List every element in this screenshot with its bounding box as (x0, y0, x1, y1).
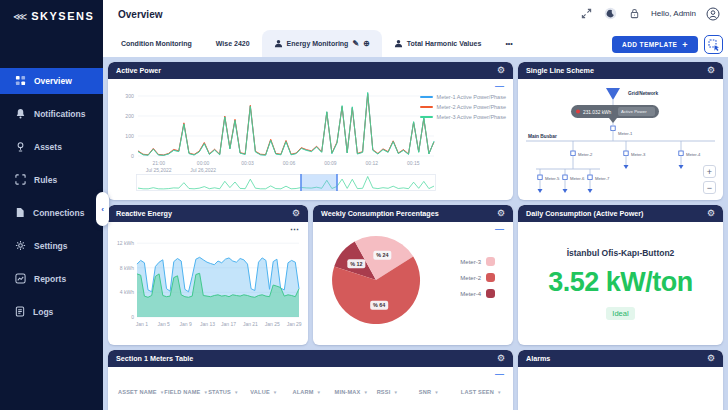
panel-title: Weekly Consumption Percentages (321, 209, 439, 218)
legend-item[interactable]: Meter-1 Active Power/Phase (420, 94, 506, 100)
column-label: STATUS (208, 389, 231, 395)
legend-item[interactable]: Meter-3 Active Power/Phase (420, 114, 506, 120)
sidebar-item-label: Logs (33, 307, 53, 317)
pie-legend-item[interactable]: Meter-3 (460, 257, 495, 266)
column-label: RSSI (377, 389, 391, 395)
tab-energy-monitoring[interactable]: Energy Monitoring✎⊕ (262, 30, 382, 57)
sidebar-item-settings[interactable]: Settings (0, 233, 103, 259)
lock-icon[interactable] (627, 6, 642, 21)
consumption-pie-chart: % 12% 24% 64 (329, 233, 423, 331)
column-label: FIELD NAME (164, 389, 200, 395)
gear-icon[interactable]: ⚙ (707, 66, 715, 75)
column-label: MIN-MAX (335, 389, 361, 395)
edit-icon[interactable]: ✎ (352, 39, 359, 48)
tab-total-harmonic-values[interactable]: Total Harmonic Values (382, 30, 494, 57)
asset-name: İstanbul Ofis-Kapı-Button2 (567, 248, 675, 258)
sidebar-item-rules[interactable]: Rules (0, 167, 103, 193)
table-column-headers: ASSET NAME▼FIELD NAME▼STATUS▼VALUE▼ALARM… (118, 389, 503, 395)
zoom-in-button[interactable]: + (703, 165, 716, 178)
pie-legend-item[interactable]: Meter-2 (460, 273, 495, 282)
avatar[interactable] (705, 6, 720, 21)
filter-arrow-icon: ▼ (317, 390, 322, 395)
gear-icon[interactable]: ⚙ (497, 354, 505, 363)
tab-label: ••• (505, 40, 512, 47)
tab-label: Condition Monitoring (121, 40, 192, 47)
gear-icon[interactable]: ⚙ (707, 209, 715, 218)
svg-text:12 kWh: 12 kWh (117, 240, 134, 246)
dark-mode-icon[interactable] (603, 6, 618, 21)
sidebar-item-label: Notifications (34, 109, 85, 119)
column-label: LAST SEEN (461, 389, 494, 395)
meter-2-label: Meter-2 (578, 152, 593, 157)
panel-weekly-consumption: Weekly Consumption Percentages ⚙ — % 12%… (313, 205, 513, 345)
column-header-last-seen[interactable]: LAST SEEN▼ (461, 389, 503, 395)
tab-list: Condition MonitoringWise 2420Energy Moni… (109, 30, 525, 57)
pie-legend-item[interactable]: Meter-4 (460, 289, 495, 298)
svg-text:0: 0 (131, 153, 134, 159)
page-title: Overview (118, 9, 162, 20)
svg-text:Jan 1: Jan 1 (136, 321, 148, 327)
sidebar-item-logs[interactable]: Logs (0, 299, 103, 325)
column-header-value[interactable]: VALUE▼ (250, 389, 292, 395)
tab-condition-monitoring[interactable]: Condition Monitoring (109, 30, 204, 57)
panel-active-power-header: Active Power ⚙ (108, 62, 513, 79)
column-header-status[interactable]: STATUS▼ (208, 389, 250, 395)
panel-daily-consumption: Daily Consumption (Active Power) ⚙ İstan… (518, 205, 723, 345)
legend-item[interactable]: Meter-2 Active Power/Phase (420, 104, 506, 110)
gear-icon[interactable]: ⚙ (497, 66, 505, 75)
active-power-brush[interactable] (136, 174, 436, 195)
svg-text:0: 0 (131, 314, 134, 320)
load-arrow-icon (624, 165, 629, 169)
panel-title: Section 1 Meters Table (116, 354, 193, 363)
grid-label: Grid/Network (628, 91, 658, 96)
sidebar-item-overview[interactable]: Overview (0, 68, 103, 94)
legend-label: Meter-4 (460, 291, 481, 297)
add-template-button[interactable]: ADD TEMPLATE + (612, 36, 698, 53)
sidebar-item-assets[interactable]: Assets (0, 134, 103, 160)
legend-swatch (486, 289, 495, 298)
single-line-diagram: Grid/Network 231.032 kWh Active Power Me… (518, 79, 723, 200)
gear-icon[interactable]: ⚙ (497, 209, 505, 218)
fullscreen-icon[interactable] (579, 6, 594, 21)
panel-single-line-header: Single Line Scheme ⚙ (518, 62, 723, 79)
sidebar-item-notifications[interactable]: Notifications (0, 101, 103, 127)
column-header-alarm[interactable]: ALARM▼ (292, 389, 334, 395)
topbar-actions: Hello, Admin (579, 6, 720, 21)
column-header-min-max[interactable]: MIN-MAX▼ (335, 389, 377, 395)
sidebar-item-label: Reports (34, 274, 66, 284)
zoom-out-button[interactable]: − (703, 181, 716, 194)
column-header-snr[interactable]: SNR▼ (419, 389, 461, 395)
panel-title: Alarms (526, 354, 550, 363)
filter-arrow-icon: ▼ (234, 390, 239, 395)
widget-library-button[interactable] (704, 35, 723, 54)
tab-label: Total Harmonic Values (407, 40, 482, 47)
meter-6-label: Meter-6 (570, 176, 585, 181)
gear-icon[interactable]: ⚙ (707, 354, 715, 363)
panel-reactive-header: Reactive Energy ⚙ (108, 205, 308, 222)
sidebar-collapse-handle[interactable]: ‹ (96, 192, 109, 226)
asset-icon (15, 141, 26, 154)
column-header-rssi[interactable]: RSSI▼ (377, 389, 419, 395)
panel-menu-icon[interactable]: — (495, 227, 504, 231)
tab-wise-2420[interactable]: Wise 2420 (204, 30, 262, 57)
add-widget-icon[interactable]: ⊕ (363, 39, 370, 48)
reactive-energy-chart: 04 kWh8 kWh12 kWhJan 1Jan 5Jan 9Jan 13Ja… (111, 229, 305, 335)
panel-menu-icon[interactable]: — (495, 84, 504, 88)
meter-5-label: Meter-5 (545, 176, 560, 181)
panel-menu-icon[interactable]: — (495, 372, 504, 376)
sidebar-item-reports[interactable]: Reports (0, 266, 103, 292)
filter-arrow-icon: ▼ (434, 390, 439, 395)
meter-1-label: Meter-1 (618, 131, 633, 136)
skysens-logo: ⋘ SKYSENS (0, 0, 103, 22)
column-header-asset-name[interactable]: ASSET NAME▼ (118, 389, 164, 395)
svg-text:Jan 13: Jan 13 (200, 321, 215, 327)
panel-table-header: Section 1 Meters Table ⚙ (108, 350, 513, 367)
tab-more-button[interactable]: ••• (493, 30, 524, 57)
kpi-value: 3.52 kW/ton (548, 267, 693, 298)
gear-icon[interactable]: ⚙ (292, 209, 300, 218)
svg-text:300: 300 (125, 93, 134, 99)
sidebar-item-connections[interactable]: Connections (0, 200, 103, 226)
active-power-chart: 010020030021:00Jul 25,202200:00Jul 26,20… (112, 84, 442, 178)
column-header-field-name[interactable]: FIELD NAME▼ (164, 389, 208, 395)
svg-text:00:00: 00:00 (197, 160, 210, 166)
